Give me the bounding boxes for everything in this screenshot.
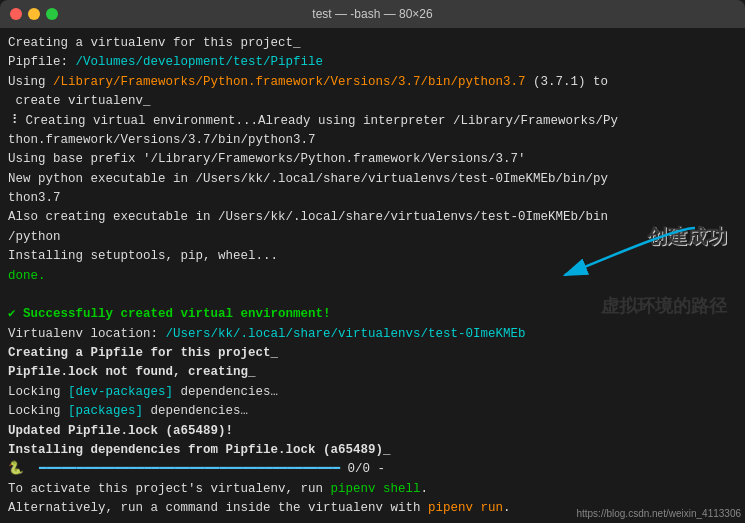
terminal-line: thon3.7 [8,189,737,208]
maximize-button[interactable] [46,8,58,20]
terminal-line [8,286,737,305]
watermark: https://blog.csdn.net/weixin_4113306 [576,506,741,522]
terminal-line: Locking [packages] dependencies… [8,402,737,421]
terminal-body[interactable]: Creating a virtualenv for this project_ … [0,28,745,523]
terminal-line: To activate this project's virtualenv, r… [8,480,737,499]
traffic-lights [10,8,58,20]
terminal-line: Pipfile.lock not found, creating_ [8,363,737,382]
terminal-line: Creating a virtualenv for this project_ [8,34,737,53]
terminal-line: 🐍 ━━━━━━━━━━━━━━━━━━━━━━━━━━━━━━━━━━━━━━… [8,460,737,479]
terminal-line: Using base prefix '/Library/Frameworks/P… [8,150,737,169]
terminal-line: ⠸ Creating virtual environment...Already… [8,112,737,131]
terminal-line: Also creating executable in /Users/kk/.l… [8,208,737,227]
terminal-line: Pipfile: /Volumes/development/test/Pipfi… [8,53,737,72]
terminal-line: Installing setuptools, pip, wheel... [8,247,737,266]
terminal-line: Updated Pipfile.lock (a65489)! [8,422,737,441]
terminal-line: Virtualenv location: /Users/kk/.local/sh… [8,325,737,344]
terminal-line: done. [8,267,737,286]
window-title: test — -bash — 80×26 [312,7,432,21]
terminal-line: Locking [dev-packages] dependencies… [8,383,737,402]
terminal-line: create virtualenv_ [8,92,737,111]
terminal-window: test — -bash — 80×26 Creating a virtuale… [0,0,745,523]
terminal-content: Creating a virtualenv for this project_ … [8,34,737,523]
terminal-line: New python executable in /Users/kk/.loca… [8,170,737,189]
terminal-line: thon.framework/Versions/3.7/bin/python3.… [8,131,737,150]
terminal-line: Installing dependencies from Pipfile.loc… [8,441,737,460]
terminal-line: Creating a Pipfile for this project_ [8,344,737,363]
terminal-line: /python [8,228,737,247]
close-button[interactable] [10,8,22,20]
terminal-line: ✔ Successfully created virtual environme… [8,305,737,324]
terminal-line: Using /Library/Frameworks/Python.framewo… [8,73,737,92]
titlebar: test — -bash — 80×26 [0,0,745,28]
minimize-button[interactable] [28,8,40,20]
